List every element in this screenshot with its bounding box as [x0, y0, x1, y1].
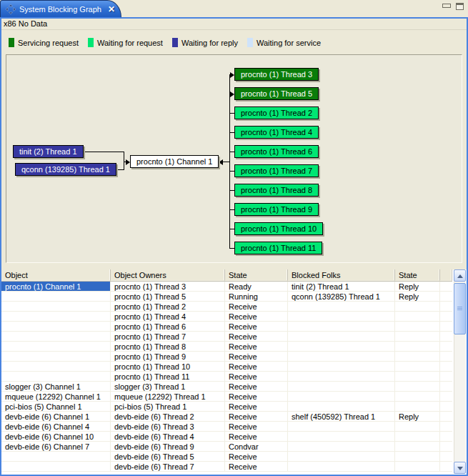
- table-cell[interactable]: [395, 302, 440, 312]
- table-row[interactable]: procnto (1) Thread 7Receive: [1, 332, 452, 342]
- table-cell[interactable]: [1, 372, 111, 382]
- table-cell[interactable]: [395, 362, 440, 372]
- table-row[interactable]: slogger (3) Channel 1slogger (3) Thread …: [1, 382, 452, 392]
- table-cell[interactable]: devb-eide (6) Thread 3: [111, 422, 225, 432]
- table-row[interactable]: procnto (1) Channel 1procnto (1) Thread …: [1, 282, 452, 292]
- table-row[interactable]: procnto (1) Thread 2Receive: [1, 302, 452, 312]
- table-row[interactable]: procnto (1) Thread 11Receive: [1, 372, 452, 382]
- table-cell[interactable]: [288, 422, 395, 432]
- table-cell[interactable]: [395, 452, 440, 462]
- table-cell[interactable]: [1, 352, 111, 362]
- graph-node-thread[interactable]: procnto (1) Thread 11: [234, 242, 322, 254]
- table-cell[interactable]: [395, 332, 440, 342]
- table-cell[interactable]: [288, 432, 395, 442]
- table-cell[interactable]: devb-eide (6) Channel 4: [1, 422, 111, 432]
- table-cell[interactable]: procnto (1) Thread 8: [111, 342, 225, 352]
- table-cell[interactable]: Receive: [225, 432, 288, 442]
- table-cell[interactable]: [1, 292, 111, 302]
- table-cell[interactable]: [395, 382, 440, 392]
- table-cell[interactable]: devb-eide (6) Thread 5: [111, 452, 225, 462]
- graph-node-thread[interactable]: procnto (1) Thread 10: [234, 222, 323, 235]
- minimize-icon[interactable]: [442, 3, 450, 10]
- graph-node-thread[interactable]: procnto (1) Thread 9: [234, 203, 319, 216]
- table-cell[interactable]: procnto (1) Thread 2: [111, 302, 225, 312]
- table-cell[interactable]: procnto (1) Thread 6: [111, 322, 225, 332]
- table-cell[interactable]: Receive: [225, 332, 288, 342]
- table-cell[interactable]: Receive: [225, 372, 288, 382]
- table-cell[interactable]: Receive: [225, 452, 288, 462]
- table-cell[interactable]: procnto (1) Thread 5: [111, 292, 225, 302]
- table-cell[interactable]: [288, 312, 395, 322]
- table-cell[interactable]: Running: [225, 292, 288, 302]
- table-row[interactable]: procnto (1) Thread 10Receive: [1, 362, 452, 372]
- table-cell[interactable]: Reply: [395, 282, 440, 292]
- table-row[interactable]: devb-eide (6) Thread 7Receive: [1, 462, 452, 472]
- tab-system-blocking-graph[interactable]: System Blocking Graph ✕: [0, 0, 121, 17]
- table-cell[interactable]: devb-eide (6) Channel 7: [1, 442, 111, 452]
- table-cell[interactable]: Receive: [225, 392, 288, 402]
- table-cell[interactable]: [288, 382, 395, 392]
- table-cell[interactable]: devb-eide (6) Thread 7: [111, 462, 225, 472]
- table-cell[interactable]: mqueue (12292) Channel 1: [1, 392, 111, 402]
- table-row[interactable]: procnto (1) Thread 4Receive: [1, 312, 452, 322]
- table-cell[interactable]: [288, 442, 395, 452]
- column-header-blocked-folks[interactable]: Blocked Folks: [288, 269, 395, 281]
- table-row[interactable]: procnto (1) Thread 5Runningqconn (139285…: [1, 292, 452, 302]
- selected-cell[interactable]: procnto (1) Channel 1: [1, 282, 111, 292]
- table-cell[interactable]: Receive: [225, 302, 288, 312]
- table-cell[interactable]: [395, 392, 440, 402]
- table-cell[interactable]: [288, 302, 395, 312]
- table-cell[interactable]: Receive: [225, 412, 288, 422]
- table-cell[interactable]: [288, 342, 395, 352]
- splitter-sash[interactable]: [1, 264, 467, 269]
- table-cell[interactable]: [288, 352, 395, 362]
- table-cell[interactable]: [1, 312, 111, 322]
- table-cell[interactable]: [395, 422, 440, 432]
- table-cell[interactable]: devb-eide (6) Thread 2: [111, 412, 225, 422]
- table-row[interactable]: pci-bios (5) Channel 1pci-bios (5) Threa…: [1, 402, 452, 412]
- table-cell[interactable]: Receive: [225, 362, 288, 372]
- column-header-state[interactable]: State: [225, 269, 288, 281]
- graph-node-channel[interactable]: procnto (1) Channel 1: [130, 155, 219, 168]
- column-header-state-2[interactable]: State: [395, 269, 440, 281]
- graph-node-thread[interactable]: procnto (1) Thread 2: [234, 106, 319, 119]
- table-cell[interactable]: [395, 342, 440, 352]
- graph-node-thread[interactable]: procnto (1) Thread 5: [234, 87, 319, 100]
- table-cell[interactable]: devb-eide (6) Channel 1: [1, 412, 111, 422]
- graph-node-thread[interactable]: procnto (1) Thread 4: [234, 126, 319, 139]
- table-cell[interactable]: procnto (1) Thread 7: [111, 332, 225, 342]
- table-row[interactable]: devb-eide (6) Channel 1devb-eide (6) Thr…: [1, 412, 452, 422]
- column-header-object-owners[interactable]: Object Owners: [111, 269, 225, 281]
- scroll-up-button[interactable]: [454, 269, 466, 282]
- table-cell[interactable]: [1, 362, 111, 372]
- table-cell[interactable]: Receive: [225, 462, 288, 472]
- tab-close-icon[interactable]: ✕: [108, 4, 115, 14]
- table-cell[interactable]: [395, 432, 440, 442]
- table-cell[interactable]: [395, 312, 440, 322]
- table-cell[interactable]: mqueue (12292) Thread 1: [111, 392, 225, 402]
- table-cell[interactable]: Receive: [225, 312, 288, 322]
- table-cell[interactable]: [1, 452, 111, 462]
- table-row[interactable]: devb-eide (6) Channel 4devb-eide (6) Thr…: [1, 422, 452, 432]
- scroll-thumb[interactable]: [454, 283, 466, 334]
- graph-node-client[interactable]: qconn (139285) Thread 1: [15, 163, 116, 176]
- table-cell[interactable]: procnto (1) Thread 10: [111, 362, 225, 372]
- table-row[interactable]: devb-eide (6) Thread 5Receive: [1, 452, 452, 462]
- table-cell[interactable]: slogger (3) Thread 1: [111, 382, 225, 392]
- table-cell[interactable]: procnto (1) Thread 3: [111, 282, 225, 292]
- table-cell[interactable]: [1, 322, 111, 332]
- table-cell[interactable]: pci-bios (5) Thread 1: [111, 402, 225, 412]
- table-cell[interactable]: Ready: [225, 282, 288, 292]
- table-cell[interactable]: Receive: [225, 382, 288, 392]
- table-cell[interactable]: procnto (1) Thread 9: [111, 352, 225, 362]
- table-row[interactable]: devb-eide (6) Channel 7devb-eide (6) Thr…: [1, 442, 452, 452]
- table-cell[interactable]: Reply: [395, 292, 440, 302]
- graph-node-thread[interactable]: procnto (1) Thread 8: [234, 184, 319, 197]
- scroll-down-button[interactable]: [454, 462, 466, 474]
- table-cell[interactable]: pci-bios (5) Channel 1: [1, 402, 111, 412]
- table-cell[interactable]: devb-eide (6) Thread 4: [111, 432, 225, 442]
- table-cell[interactable]: Receive: [225, 402, 288, 412]
- table-cell[interactable]: [1, 462, 111, 472]
- table-cell[interactable]: [1, 342, 111, 352]
- table-cell[interactable]: [288, 402, 395, 412]
